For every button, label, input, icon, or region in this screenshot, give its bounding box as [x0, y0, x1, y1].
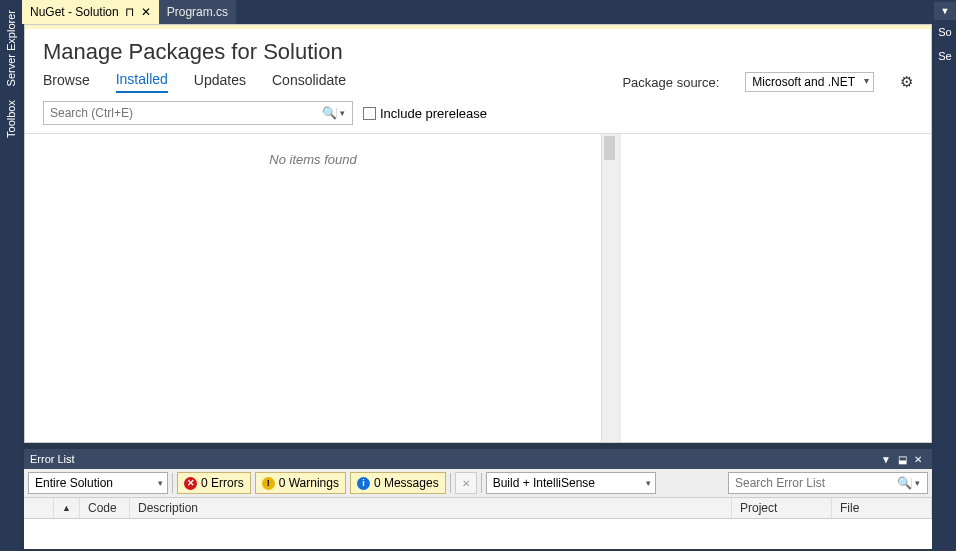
clear-filter-button[interactable]: ✕	[455, 472, 477, 494]
warnings-count: 0 Warnings	[279, 476, 339, 490]
right-rail-dropdown-icon[interactable]: ▼	[934, 2, 956, 20]
error-list-toolbar: Entire Solution ✕ 0 Errors ! 0 Warnings …	[24, 469, 932, 497]
include-prerelease-checkbox[interactable]	[363, 107, 376, 120]
scope-dropdown[interactable]: Entire Solution	[28, 472, 168, 494]
search-box: 🔍 ▾	[43, 101, 353, 125]
separator	[172, 473, 173, 493]
split-container: No items found	[25, 133, 931, 442]
messages-count: 0 Messages	[374, 476, 439, 490]
filter-dropdown[interactable]: Build + IntelliSense	[486, 472, 656, 494]
col-sort[interactable]: ▲	[54, 498, 80, 518]
search-row: 🔍 ▾ Include prerelease	[25, 99, 931, 133]
error-search-wrap: 🔍 ▾	[728, 472, 928, 494]
search-input[interactable]	[50, 106, 322, 120]
nav-browse[interactable]: Browse	[43, 72, 90, 92]
col-description[interactable]: Description	[130, 498, 732, 518]
close-icon[interactable]: ✕	[910, 454, 926, 465]
include-prerelease: Include prerelease	[363, 106, 487, 121]
package-source-label: Package source:	[622, 75, 719, 90]
error-list-panel: Error List ▼ ⬓ ✕ Entire Solution ✕ 0 Err…	[24, 449, 932, 549]
chevron-down-icon[interactable]: ▼	[878, 454, 894, 465]
main-column: NuGet - Solution ⊓ ✕ Program.cs Manage P…	[22, 0, 934, 551]
error-list-title: Error List	[30, 453, 75, 465]
separator	[481, 473, 482, 493]
search-icon[interactable]: 🔍	[897, 476, 911, 490]
messages-toggle[interactable]: i 0 Messages	[350, 472, 446, 494]
side-tab-server-explorer[interactable]: Server Explorer	[5, 6, 17, 90]
warning-icon: !	[262, 477, 275, 490]
search-dropdown-icon[interactable]: ▾	[336, 108, 348, 118]
tab-label: NuGet - Solution	[30, 5, 119, 19]
error-grid-header: ▲ Code Description Project File	[24, 497, 932, 519]
col-file[interactable]: File	[832, 498, 932, 518]
tab-nuget-solution[interactable]: NuGet - Solution ⊓ ✕	[22, 0, 159, 24]
tab-label: Program.cs	[167, 5, 228, 19]
no-items-text: No items found	[269, 152, 356, 442]
info-icon: i	[357, 477, 370, 490]
results-pane: No items found	[25, 134, 601, 442]
nav-consolidate[interactable]: Consolidate	[272, 72, 346, 92]
col-project[interactable]: Project	[732, 498, 832, 518]
close-icon[interactable]: ✕	[141, 5, 151, 19]
package-source-dropdown[interactable]: Microsoft and .NET	[745, 72, 874, 92]
details-pane	[621, 134, 931, 442]
pin-icon[interactable]: ⬓	[894, 454, 910, 465]
tab-program-cs[interactable]: Program.cs	[159, 0, 236, 24]
document-tabbar: NuGet - Solution ⊓ ✕ Program.cs	[22, 0, 934, 24]
left-side-rail: Server Explorer Toolbox	[0, 0, 22, 551]
search-icon[interactable]: 🔍	[322, 106, 336, 120]
pin-icon[interactable]: ⊓	[125, 5, 135, 19]
error-search-input[interactable]	[735, 476, 897, 490]
nuget-nav: Browse Installed Updates Consolidate Pac…	[25, 69, 931, 99]
errors-toggle[interactable]: ✕ 0 Errors	[177, 472, 251, 494]
separator	[450, 473, 451, 493]
nav-updates[interactable]: Updates	[194, 72, 246, 92]
nav-installed[interactable]: Installed	[116, 71, 168, 93]
page-title: Manage Packages for Solution	[25, 29, 931, 69]
col-icon[interactable]	[24, 498, 54, 518]
errors-count: 0 Errors	[201, 476, 244, 490]
search-dropdown-icon[interactable]: ▾	[911, 478, 923, 488]
error-search-box: 🔍 ▾	[728, 472, 928, 494]
gear-icon[interactable]: ⚙	[900, 73, 913, 91]
error-icon: ✕	[184, 477, 197, 490]
warnings-toggle[interactable]: ! 0 Warnings	[255, 472, 346, 494]
side-tab-toolbox[interactable]: Toolbox	[5, 96, 17, 142]
results-scrollbar[interactable]	[601, 134, 617, 442]
right-tab-search[interactable]: Se	[936, 44, 953, 68]
include-prerelease-label: Include prerelease	[380, 106, 487, 121]
error-grid-body	[24, 519, 932, 549]
right-side-rail: ▼ So Se	[934, 0, 956, 551]
error-list-titlebar: Error List ▼ ⬓ ✕	[24, 449, 932, 469]
right-tab-solution-explorer[interactable]: So	[936, 20, 953, 44]
nuget-panel: Manage Packages for Solution Browse Inst…	[24, 24, 932, 443]
col-code[interactable]: Code	[80, 498, 130, 518]
